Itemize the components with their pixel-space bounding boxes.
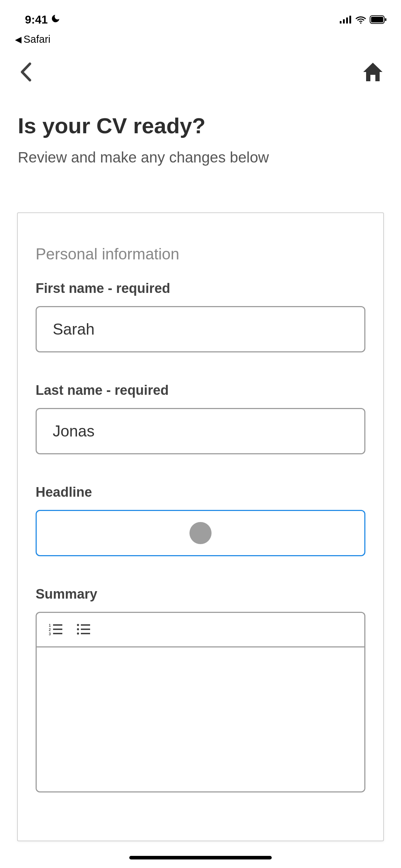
summary-toolbar: 1 2 3 bbox=[37, 613, 364, 647]
battery-icon bbox=[370, 15, 387, 24]
signal-icon bbox=[340, 16, 352, 24]
section-title: Personal information bbox=[36, 245, 365, 263]
svg-rect-8 bbox=[53, 624, 62, 626]
svg-rect-5 bbox=[371, 17, 383, 22]
first-name-label: First name - required bbox=[36, 281, 365, 296]
svg-rect-1 bbox=[343, 19, 345, 24]
home-indicator[interactable] bbox=[129, 856, 272, 859]
headline-input[interactable] bbox=[36, 510, 365, 556]
safari-back-link[interactable]: ◀ Safari bbox=[0, 33, 401, 45]
headline-label: Headline bbox=[36, 485, 365, 500]
summary-textarea[interactable] bbox=[37, 647, 364, 790]
ordered-list-button[interactable]: 1 2 3 bbox=[47, 622, 64, 637]
summary-label: Summary bbox=[36, 587, 365, 602]
unordered-list-button[interactable] bbox=[75, 622, 92, 637]
status-bar: 9:41 bbox=[0, 0, 401, 32]
summary-field: Summary 1 2 3 bbox=[36, 587, 365, 792]
page-subtitle: Review and make any changes below bbox=[18, 149, 383, 166]
svg-text:3: 3 bbox=[49, 632, 51, 636]
svg-rect-10 bbox=[53, 629, 62, 630]
svg-rect-6 bbox=[385, 18, 386, 21]
page-title: Is your CV ready? bbox=[18, 113, 383, 138]
status-left: 9:41 bbox=[25, 13, 61, 26]
svg-rect-0 bbox=[340, 21, 342, 24]
first-name-input[interactable] bbox=[36, 306, 365, 352]
last-name-input[interactable] bbox=[36, 408, 365, 454]
last-name-field: Last name - required bbox=[36, 383, 365, 454]
svg-point-15 bbox=[77, 628, 79, 630]
svg-rect-12 bbox=[53, 633, 62, 634]
status-time: 9:41 bbox=[25, 13, 48, 26]
headline-field: Headline bbox=[36, 485, 365, 556]
svg-rect-18 bbox=[81, 633, 90, 634]
first-name-field: First name - required bbox=[36, 281, 365, 352]
svg-rect-14 bbox=[81, 624, 90, 626]
last-name-label: Last name - required bbox=[36, 383, 365, 398]
svg-rect-16 bbox=[81, 629, 90, 630]
back-arrow-icon: ◀ bbox=[15, 35, 21, 45]
summary-editor: 1 2 3 bbox=[36, 612, 365, 792]
svg-text:1: 1 bbox=[49, 624, 51, 627]
wifi-icon bbox=[355, 16, 366, 24]
svg-point-17 bbox=[77, 632, 79, 635]
svg-rect-2 bbox=[346, 17, 348, 24]
personal-info-card: Personal information First name - requir… bbox=[17, 212, 384, 841]
status-right bbox=[340, 15, 387, 24]
app-nav bbox=[0, 45, 401, 92]
moon-icon bbox=[51, 14, 61, 26]
back-button[interactable] bbox=[18, 60, 35, 84]
page-header: Is your CV ready? Review and make any ch… bbox=[0, 92, 401, 166]
svg-point-13 bbox=[77, 624, 79, 626]
home-button[interactable] bbox=[363, 62, 383, 82]
svg-text:2: 2 bbox=[49, 628, 51, 632]
svg-rect-3 bbox=[349, 16, 351, 24]
safari-back-label: Safari bbox=[24, 33, 51, 45]
